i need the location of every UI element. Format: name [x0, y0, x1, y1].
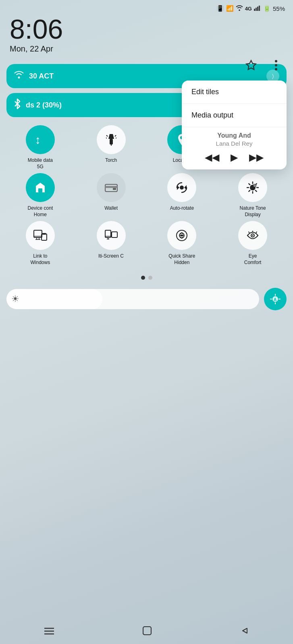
- media-controls: ◀◀ ▶ ▶▶: [190, 152, 278, 163]
- svg-rect-13: [110, 134, 112, 135]
- nav-menu-button[interactable]: [44, 627, 54, 637]
- bluetooth-icon: 📶: [226, 5, 234, 12]
- mobile-data-label: Mobile data5G: [28, 157, 53, 170]
- toggle-nature-tone[interactable]: Nature ToneDisplay: [219, 173, 287, 218]
- device-control-circle: [26, 173, 55, 202]
- svg-point-6: [275, 60, 277, 62]
- toggle-auto-rotate[interactable]: Auto-rotate: [148, 173, 216, 218]
- edit-tiles-item[interactable]: Edit tiles: [182, 80, 287, 104]
- toggle-quick-share[interactable]: Quick ShareHidden: [148, 221, 216, 266]
- media-play-button[interactable]: ▶: [231, 152, 238, 163]
- svg-point-7: [275, 64, 277, 66]
- toggle-multiscreen[interactable]: lti-Screen C: [77, 221, 145, 266]
- eye-comfort-label: EyeComfort: [244, 253, 262, 266]
- svg-rect-4: [260, 5, 261, 10]
- nav-back-button[interactable]: [241, 627, 249, 637]
- multiscreen-label: lti-Screen C: [98, 253, 124, 260]
- svg-marker-5: [246, 60, 256, 69]
- brightness-fill: [6, 289, 102, 309]
- date-display: Mon, 22 Apr: [10, 44, 283, 54]
- link-windows-circle: [26, 221, 55, 250]
- wallet-label: Wallet: [104, 205, 118, 212]
- torch-label: Torch: [105, 157, 117, 164]
- bluetooth-tile-icon: [14, 99, 21, 111]
- signal-icon: 4G: [245, 6, 252, 12]
- svg-point-8: [275, 68, 277, 70]
- toggle-torch[interactable]: Torch: [77, 125, 145, 170]
- page-dot-1[interactable]: [141, 276, 145, 280]
- media-artist: Lana Del Rey: [190, 140, 278, 147]
- mobile-data-circle: ↕: [26, 125, 55, 154]
- toggle-device-control[interactable]: Device contHome: [6, 173, 74, 218]
- status-icons: 📳 📶 4G 🔋 55%: [216, 5, 285, 12]
- brightness-slider[interactable]: ☀: [6, 289, 259, 309]
- vibrate-icon: 📳: [216, 5, 224, 12]
- svg-rect-22: [113, 188, 116, 190]
- svg-rect-19: [38, 188, 42, 192]
- media-song-title: Young And: [190, 132, 278, 139]
- status-bar: 📳 📶 4G 🔋 55%: [0, 0, 293, 14]
- nav-bar: [0, 620, 293, 644]
- wifi-tile-label: 30 ACT: [29, 72, 262, 80]
- toggle-eye-comfort[interactable]: EyeComfort: [219, 221, 287, 266]
- link-windows-label: Link toWindows: [31, 253, 50, 266]
- brightness-row: ☀ A: [0, 285, 293, 314]
- svg-line-56: [249, 232, 249, 233]
- eye-comfort-circle: [238, 221, 267, 250]
- dropdown-menu: Edit tiles Media output Young And Lana D…: [182, 80, 287, 169]
- header-actions: [242, 56, 285, 74]
- svg-line-57: [256, 232, 257, 233]
- more-options-button[interactable]: [267, 56, 285, 74]
- nature-tone-label: Nature ToneDisplay: [240, 205, 266, 218]
- settings-icon-button[interactable]: [242, 56, 260, 74]
- wifi-tile-icon: [14, 71, 24, 81]
- svg-line-32: [256, 190, 257, 192]
- device-control-label: Device contHome: [28, 205, 53, 218]
- svg-marker-24: [184, 185, 187, 190]
- svg-text:↕: ↕: [35, 134, 41, 146]
- media-next-button[interactable]: ▶▶: [249, 152, 264, 163]
- brightness-auto-button[interactable]: A: [264, 288, 287, 310]
- bars-icon: [254, 5, 261, 12]
- svg-text:A: A: [274, 297, 276, 302]
- svg-point-54: [252, 235, 254, 236]
- quick-share-label: Quick ShareHidden: [168, 253, 195, 266]
- torch-circle: [97, 125, 126, 154]
- time-display: 8:06: [10, 15, 283, 43]
- svg-rect-67: [143, 627, 151, 635]
- svg-line-31: [249, 184, 250, 185]
- svg-rect-0: [254, 8, 255, 10]
- svg-rect-10: [110, 139, 113, 144]
- toggle-mobile-data[interactable]: ↕ Mobile data5G: [6, 125, 74, 170]
- svg-rect-45: [42, 233, 46, 235]
- battery-percent: 55%: [273, 5, 285, 12]
- media-output-item[interactable]: Media output: [182, 104, 287, 127]
- battery-icon: 🔋: [263, 5, 271, 12]
- time-section: 8:06 Mon, 22 Apr: [0, 14, 293, 60]
- media-section: Young And Lana Del Rey ◀◀ ▶ ▶▶: [182, 127, 287, 169]
- brightness-sun-icon: ☀: [11, 294, 19, 304]
- quick-share-circle: [167, 221, 196, 250]
- nature-tone-circle: [238, 173, 267, 202]
- wallet-circle: [97, 173, 126, 202]
- svg-marker-23: [177, 185, 179, 190]
- svg-rect-3: [259, 5, 260, 10]
- auto-rotate-label: Auto-rotate: [170, 205, 194, 212]
- wifi-icon: [236, 5, 243, 12]
- svg-marker-68: [243, 628, 247, 633]
- spacer: [0, 317, 293, 429]
- svg-line-14: [106, 135, 108, 136]
- toggle-link-windows[interactable]: Link toWindows: [6, 221, 74, 266]
- multiscreen-circle: [97, 221, 126, 250]
- svg-rect-47: [112, 232, 117, 237]
- media-previous-button[interactable]: ◀◀: [205, 152, 219, 163]
- svg-line-15: [115, 135, 116, 136]
- nav-home-button[interactable]: [143, 626, 152, 638]
- svg-rect-25: [180, 186, 184, 190]
- svg-rect-1: [256, 8, 257, 11]
- toggle-wallet[interactable]: Wallet: [77, 173, 145, 218]
- svg-rect-2: [257, 6, 258, 11]
- page-dot-2[interactable]: [148, 276, 152, 280]
- svg-line-34: [249, 190, 250, 192]
- page-indicators: [0, 276, 293, 280]
